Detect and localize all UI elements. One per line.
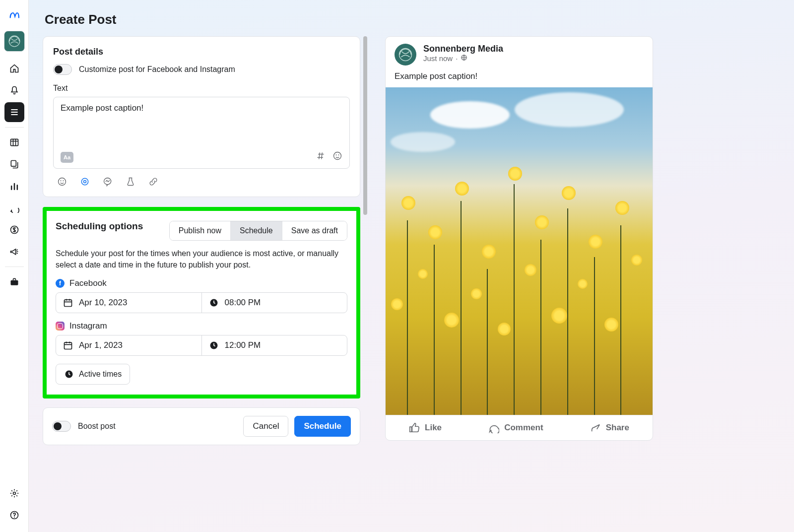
like-button[interactable]: Like (409, 422, 442, 433)
instagram-icon (56, 322, 65, 331)
comment-button[interactable]: Comment (488, 422, 543, 433)
link-icon[interactable] (148, 177, 158, 189)
preview-author[interactable]: Sonnenberg Media (423, 44, 503, 54)
facebook-icon: f (56, 279, 65, 288)
share-button[interactable]: Share (590, 422, 629, 433)
instagram-date-value: Apr 1, 2023 (79, 340, 123, 350)
facebook-time-input[interactable]: 08:00 PM (202, 293, 347, 313)
svg-point-5 (13, 492, 15, 495)
sidebar (0, 0, 29, 532)
emoji-icon[interactable] (332, 151, 342, 163)
customize-toggle-label: Customize post for Facebook and Instagra… (79, 65, 235, 74)
divider (5, 266, 24, 267)
nav-help[interactable] (4, 505, 24, 525)
active-times-button[interactable]: Active times (56, 364, 130, 385)
tab-save-draft[interactable]: Save as draft (282, 221, 347, 240)
main-content: Create Post Post details Customize post … (29, 0, 794, 532)
scrollbar[interactable] (363, 36, 367, 215)
caption-input-wrap: Aa (53, 97, 350, 169)
preview-avatar (395, 44, 416, 66)
page-title: Create Post (45, 12, 780, 27)
feeling-icon[interactable] (57, 177, 67, 189)
post-details-card: Post details Customize post for Facebook… (43, 36, 360, 197)
svg-point-10 (59, 178, 66, 186)
instagram-datetime: Apr 1, 2023 12:00 PM (56, 335, 347, 356)
nav-ads[interactable] (4, 242, 24, 262)
svg-point-12 (63, 180, 64, 181)
svg-point-11 (61, 180, 62, 181)
hashtag-icon[interactable] (316, 151, 326, 163)
caption-input[interactable] (61, 103, 342, 147)
tab-publish-now[interactable]: Publish now (170, 221, 231, 240)
instagram-date-input[interactable]: Apr 1, 2023 (56, 335, 202, 355)
svg-point-7 (334, 152, 341, 160)
facebook-row-header: f Facebook (56, 278, 347, 288)
nav-business[interactable] (4, 272, 24, 292)
post-preview: Sonnenberg Media Just now · Example post… (385, 36, 653, 441)
tab-schedule[interactable]: Schedule (231, 221, 282, 240)
preview-image (386, 87, 653, 415)
active-times-label: Active times (79, 370, 122, 379)
scheduling-tabs: Publish now Schedule Save as draft (169, 221, 347, 241)
share-label: Share (606, 423, 629, 433)
messenger-icon[interactable] (103, 177, 113, 189)
scheduling-description: Schedule your post for the times when yo… (56, 248, 347, 270)
nav-copy[interactable] (4, 154, 24, 174)
nav-monetization[interactable] (4, 220, 24, 240)
public-icon (461, 54, 467, 63)
account-avatar[interactable] (4, 31, 25, 52)
nav-settings[interactable] (4, 483, 24, 503)
location-icon[interactable] (80, 177, 90, 189)
facebook-datetime: Apr 10, 2023 08:00 PM (56, 292, 347, 313)
svg-point-14 (84, 181, 86, 183)
preview-timestamp: Just now (423, 54, 453, 63)
comment-label: Comment (504, 423, 543, 433)
divider (5, 127, 24, 128)
svg-rect-4 (10, 280, 18, 285)
text-style-chip[interactable]: Aa (61, 152, 73, 163)
svg-point-8 (336, 154, 337, 155)
preview-caption: Example post caption! (386, 67, 653, 87)
facebook-date-value: Apr 10, 2023 (79, 298, 127, 308)
facebook-label: Facebook (69, 278, 107, 288)
svg-rect-17 (65, 343, 72, 349)
footer-card: Boost post Cancel Schedule (43, 407, 360, 445)
nav-insights[interactable] (4, 176, 24, 196)
instagram-time-value: 12:00 PM (225, 340, 261, 350)
customize-toggle[interactable] (53, 64, 72, 75)
svg-rect-1 (10, 139, 18, 145)
facebook-time-value: 08:00 PM (225, 298, 261, 308)
svg-rect-2 (11, 161, 16, 167)
nav-notifications[interactable] (4, 80, 24, 100)
instagram-time-input[interactable]: 12:00 PM (202, 335, 347, 355)
nav-home[interactable] (4, 59, 24, 78)
post-details-heading: Post details (53, 47, 350, 57)
ab-test-icon[interactable] (126, 177, 135, 189)
instagram-row-header: Instagram (56, 321, 347, 331)
svg-point-20 (399, 49, 412, 61)
instagram-label: Instagram (69, 321, 107, 331)
text-label: Text (53, 84, 350, 93)
scheduling-card: Scheduling options Publish now Schedule … (43, 207, 360, 399)
nav-inbox[interactable] (4, 198, 24, 218)
like-label: Like (425, 423, 442, 433)
nav-planner[interactable] (4, 102, 24, 122)
boost-label: Boost post (78, 422, 116, 431)
meta-logo[interactable] (5, 6, 24, 25)
facebook-date-input[interactable]: Apr 10, 2023 (56, 293, 202, 313)
svg-point-9 (338, 154, 339, 155)
preview-meta: Just now · (423, 54, 503, 63)
svg-point-13 (81, 178, 88, 185)
nav-content[interactable] (4, 133, 24, 152)
attach-toolbar (53, 177, 350, 189)
preview-actions: Like Comment Share (386, 415, 653, 440)
svg-rect-15 (65, 300, 72, 307)
svg-point-0 (9, 36, 20, 47)
scheduling-heading: Scheduling options (56, 221, 143, 232)
schedule-button[interactable]: Schedule (294, 416, 351, 437)
cancel-button[interactable]: Cancel (243, 416, 288, 437)
boost-toggle[interactable] (52, 421, 71, 432)
